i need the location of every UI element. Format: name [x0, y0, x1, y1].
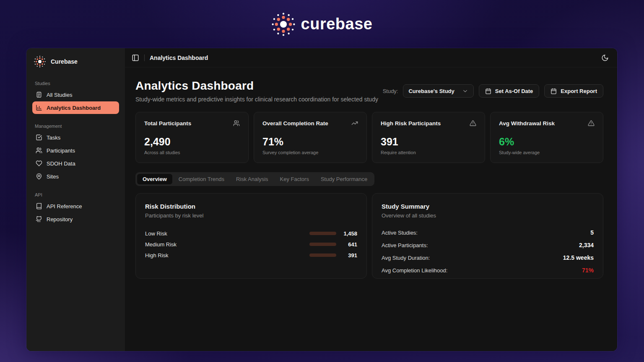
panel-subtitle: Participants by risk level	[145, 212, 357, 219]
alert-triangle-icon	[470, 120, 476, 127]
stat-title: Avg Withdrawal Risk	[499, 120, 555, 127]
risk-row-medium: Medium Risk 641	[145, 239, 357, 250]
summary-label: Active Studies:	[382, 230, 418, 236]
page-title: Analytics Dashboard	[135, 79, 378, 93]
tab-key-factors[interactable]: Key Factors	[275, 174, 314, 184]
trending-up-icon	[351, 120, 358, 127]
risk-bar	[309, 253, 336, 257]
users-icon	[233, 120, 240, 127]
tab-overview[interactable]: Overview	[137, 174, 172, 184]
stat-title: Overall Completion Rate	[262, 120, 328, 127]
stat-subtitle: Survey completion average	[262, 150, 358, 155]
check-square-icon	[36, 134, 42, 141]
sidebar-app-name: Curebase	[51, 58, 78, 65]
content: Analytics Dashboard Study-wide metrics a…	[125, 67, 617, 351]
sidebar-item-label: Tasks	[47, 134, 60, 141]
sidebar-logo: Curebase	[32, 55, 119, 72]
calendar-icon	[485, 88, 491, 94]
topbar-divider	[144, 54, 145, 61]
breadcrumb: Analytics Dashboard	[150, 54, 208, 61]
stat-value: 71%	[262, 136, 358, 148]
sidebar-section-studies: Studies	[32, 81, 119, 88]
export-report-button[interactable]: Export Report	[544, 84, 603, 98]
sidebar-item-participants[interactable]: Participants	[32, 144, 119, 157]
sidebar-item-tasks[interactable]: Tasks	[32, 131, 119, 144]
chevron-down-icon	[462, 88, 468, 94]
summary-row-active-studies: Active Studies: 5	[382, 226, 594, 239]
sidebar-item-label: Analytics Dashboard	[47, 105, 101, 111]
topbar: Analytics Dashboard	[125, 48, 617, 67]
risk-bar	[309, 243, 336, 246]
risk-label: High Risk	[145, 252, 309, 259]
set-asof-date-button[interactable]: Set As-Of Date	[479, 84, 540, 98]
tab-completion-trends[interactable]: Completion Trends	[173, 174, 230, 184]
summary-label: Avg Completion Likelihood:	[382, 267, 447, 274]
page-subtitle: Study-wide metrics and predictive insigh…	[135, 96, 378, 103]
sidebar-item-analytics-dashboard[interactable]: Analytics Dashboard	[32, 101, 119, 114]
heart-icon	[36, 160, 42, 167]
risk-label: Low Risk	[145, 230, 309, 237]
sidebar-item-label: Sites	[47, 173, 59, 180]
stat-title: High Risk Participants	[381, 120, 441, 127]
risk-value: 391	[340, 252, 357, 259]
summary-value: 12.5 weeks	[563, 254, 594, 261]
summary-value: 5	[590, 229, 594, 236]
stat-card-withdrawal-risk: Avg Withdrawal Risk 6% Study-wide averag…	[490, 112, 603, 163]
stat-title: Total Participants	[144, 120, 191, 127]
stat-value: 391	[381, 136, 476, 148]
summary-label: Avg Study Duration:	[382, 255, 430, 261]
export-report-label: Export Report	[561, 88, 597, 94]
moon-icon[interactable]	[601, 54, 609, 62]
sidebar-item-repository[interactable]: Repository	[32, 213, 119, 225]
panel-title: Study Summary	[382, 203, 594, 210]
stat-card-high-risk: High Risk Participants 391 Require atten…	[372, 112, 485, 163]
stat-card-completion-rate: Overall Completion Rate 71% Survey compl…	[254, 112, 367, 163]
brand-header: curebase	[0, 0, 644, 48]
risk-value: 1,458	[340, 230, 357, 237]
page-title-block: Analytics Dashboard Study-wide metrics a…	[135, 79, 378, 103]
sidebar-item-sites[interactable]: Sites	[32, 170, 119, 183]
risk-value: 641	[340, 241, 357, 248]
map-pin-icon	[36, 173, 42, 180]
risk-distribution-panel: Risk Distribution Participants by risk l…	[135, 193, 367, 279]
risk-row-low: Low Risk 1,458	[145, 228, 357, 239]
stat-subtitle: Across all studies	[144, 150, 240, 155]
sidebar-item-sdoh-data[interactable]: SDOH Data	[32, 157, 119, 170]
sidebar-item-api-reference[interactable]: API Reference	[32, 200, 119, 212]
set-asof-date-label: Set As-Of Date	[495, 88, 533, 94]
summary-value: 71%	[582, 267, 594, 274]
main-area: Analytics Dashboard Analytics Dashboard …	[125, 48, 617, 351]
sidebar-item-all-studies[interactable]: All Studies	[32, 88, 119, 101]
users-icon	[36, 147, 42, 154]
sidebar-item-label: SDOH Data	[47, 160, 75, 167]
study-summary-panel: Study Summary Overview of all studies Ac…	[372, 193, 603, 279]
risk-bar	[309, 232, 336, 235]
github-icon	[36, 216, 42, 222]
risk-label: Medium Risk	[145, 241, 309, 248]
bar-chart-icon	[36, 104, 42, 111]
sidebar-toggle-icon[interactable]	[132, 54, 139, 62]
stat-subtitle: Require attention	[381, 150, 476, 155]
app-window: Curebase Studies All Studies Analytics D…	[26, 48, 617, 351]
stat-value: 6%	[499, 136, 595, 148]
sidebar: Curebase Studies All Studies Analytics D…	[26, 48, 125, 351]
tab-risk-analysis[interactable]: Risk Analysis	[231, 174, 274, 184]
book-icon	[36, 203, 42, 209]
stat-subtitle: Study-wide average	[499, 150, 595, 155]
sidebar-section-management: Management	[32, 124, 119, 131]
sidebar-item-label: Repository	[47, 216, 73, 222]
curebase-logo-icon	[272, 13, 295, 36]
stat-cards: Total Participants 2,490 Across all stud…	[135, 112, 603, 163]
clipboard-icon	[36, 91, 42, 98]
risk-row-high: High Risk 391	[145, 250, 357, 261]
summary-label: Active Participants:	[382, 242, 428, 248]
summary-row-avg-duration: Avg Study Duration: 12.5 weeks	[382, 251, 594, 264]
summary-value: 2,334	[579, 242, 594, 248]
summary-row-active-participants: Active Participants: 2,334	[382, 239, 594, 251]
tab-bar: Overview Completion Trends Risk Analysis…	[135, 172, 374, 186]
study-select[interactable]: Curebase's Study	[403, 84, 473, 98]
stat-card-total-participants: Total Participants 2,490 Across all stud…	[135, 112, 249, 163]
study-select-value: Curebase's Study	[408, 88, 454, 94]
tab-study-performance[interactable]: Study Performance	[315, 174, 373, 184]
sidebar-section-api: API	[32, 192, 119, 200]
